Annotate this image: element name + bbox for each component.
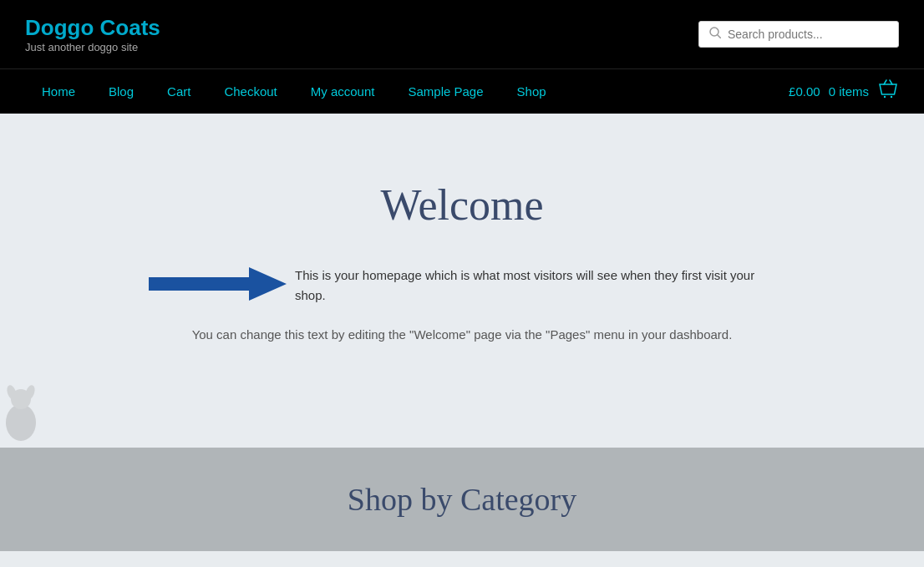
welcome-text2: You can change this text by editing the …: [192, 325, 733, 345]
nav-shop[interactable]: Shop: [500, 69, 563, 114]
site-title[interactable]: Doggo Coats: [25, 15, 160, 41]
search-input[interactable]: [728, 28, 888, 41]
shopping-basket-icon: [877, 78, 899, 105]
svg-point-5: [6, 404, 36, 441]
welcome-text1: This is your homepage which is what most…: [295, 266, 775, 306]
main-content: Welcome This is your homepage which is w…: [0, 114, 924, 448]
nav-cart[interactable]: Cart: [150, 69, 207, 114]
search-icon: [709, 27, 721, 42]
dog-image: [0, 381, 42, 448]
nav-links: Home Blog Cart Checkout My account Sampl…: [25, 69, 563, 114]
nav-bar: Home Blog Cart Checkout My account Sampl…: [0, 68, 924, 114]
svg-point-2: [884, 95, 886, 97]
site-header: Doggo Coats Just another doggo site: [0, 0, 924, 68]
nav-blog[interactable]: Blog: [92, 69, 150, 114]
search-bar[interactable]: [698, 21, 899, 48]
svg-point-3: [891, 95, 892, 97]
nav-home[interactable]: Home: [25, 69, 92, 114]
svg-marker-4: [149, 267, 287, 301]
cart-amount: £0.00: [789, 84, 820, 99]
welcome-title: Welcome: [380, 180, 543, 230]
site-branding: Doggo Coats Just another doggo site: [25, 15, 160, 53]
svg-line-1: [718, 35, 721, 38]
arrow-text-row: This is your homepage which is what most…: [149, 263, 775, 308]
footer-shop-section: Shop by Category: [0, 448, 924, 551]
cart-count: 0 items: [829, 84, 869, 99]
nav-my-account[interactable]: My account: [294, 69, 392, 114]
shop-by-category-title: Shop by Category: [17, 481, 907, 518]
nav-checkout[interactable]: Checkout: [207, 69, 293, 114]
site-tagline: Just another doggo site: [25, 41, 160, 53]
arrow-icon: [149, 263, 287, 308]
nav-sample-page[interactable]: Sample Page: [391, 69, 500, 114]
nav-cart-summary[interactable]: £0.00 0 items: [789, 78, 899, 105]
